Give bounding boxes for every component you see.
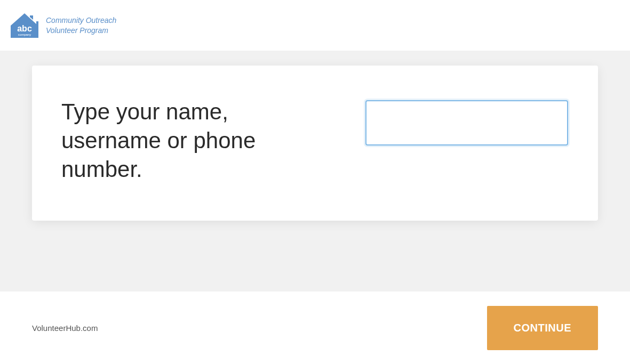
svg-text:abc: abc [17, 24, 32, 33]
tagline-line-1: Community Outreach [46, 15, 116, 25]
identity-input[interactable] [365, 100, 568, 145]
svg-text:company: company [18, 33, 31, 36]
logo-container: abc company Community Outreach Volunteer… [9, 12, 116, 39]
footer: VolunteerHub.com CONTINUE [0, 292, 630, 364]
continue-button[interactable]: CONTINUE [487, 306, 598, 350]
footer-brand: VolunteerHub.com [32, 323, 98, 333]
prompt-text: Type your name, username or phone number… [61, 98, 333, 183]
logo-tagline: Community Outreach Volunteer Program [46, 15, 116, 35]
identity-card: Type your name, username or phone number… [32, 66, 598, 221]
input-container [365, 98, 568, 145]
tagline-line-2: Volunteer Program [46, 26, 116, 35]
header: abc company Community Outreach Volunteer… [0, 0, 630, 51]
main-area: Type your name, username or phone number… [0, 51, 630, 292]
house-logo-icon: abc company [9, 12, 41, 39]
